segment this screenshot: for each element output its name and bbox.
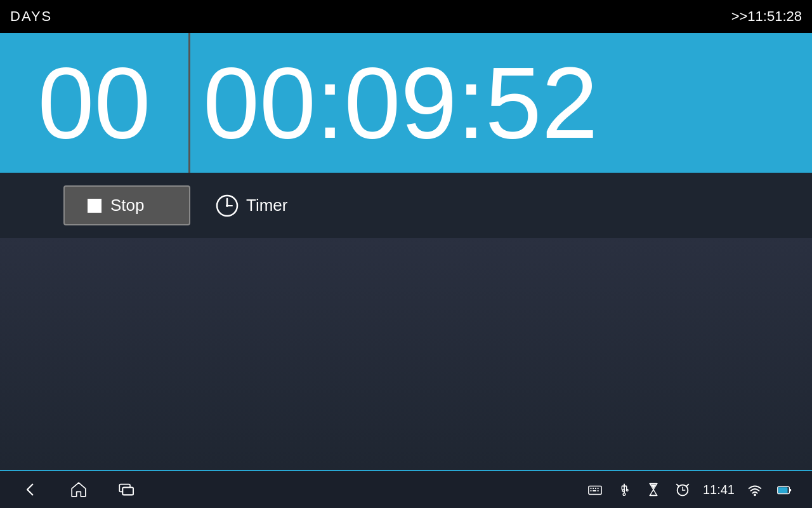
nav-clock: 11:41 xyxy=(703,483,735,497)
stop-button[interactable]: Stop xyxy=(63,185,190,225)
alarm-icon xyxy=(674,481,691,498)
usb-icon xyxy=(615,481,633,498)
svg-rect-5 xyxy=(122,488,133,495)
status-bar: DAYS >>11:51:28 xyxy=(0,0,812,33)
time-value: 00:09:52 xyxy=(203,52,598,154)
current-time: >>11:51:28 xyxy=(731,8,802,25)
svg-rect-8 xyxy=(591,488,592,489)
stop-label: Stop xyxy=(110,196,145,215)
timer-display: 00 00:09:52 xyxy=(0,33,812,173)
svg-point-21 xyxy=(623,493,625,496)
timer-label: Timer xyxy=(246,196,287,215)
svg-point-20 xyxy=(626,490,628,491)
home-button[interactable] xyxy=(67,478,90,501)
hourglass-icon xyxy=(645,481,662,498)
time-value-container: 00:09:52 xyxy=(190,52,812,154)
svg-rect-10 xyxy=(595,488,596,489)
svg-rect-9 xyxy=(593,488,594,489)
svg-rect-29 xyxy=(789,489,791,491)
days-label: DAYS xyxy=(10,8,52,25)
battery-icon xyxy=(775,481,793,498)
svg-rect-11 xyxy=(598,488,599,489)
days-value-container: 00 xyxy=(0,33,190,173)
timer-link[interactable]: Timer xyxy=(216,194,287,217)
nav-left xyxy=(19,478,138,501)
nav-right: 11:41 xyxy=(586,481,793,498)
svg-point-27 xyxy=(754,494,756,497)
svg-rect-13 xyxy=(593,490,596,491)
svg-rect-19 xyxy=(622,490,624,491)
main-content xyxy=(0,238,812,491)
timer-icon xyxy=(216,194,239,217)
svg-point-3 xyxy=(226,204,228,207)
svg-rect-30 xyxy=(778,487,788,493)
nav-bar: 11:41 xyxy=(0,470,812,508)
svg-rect-12 xyxy=(591,490,592,491)
keyboard-icon xyxy=(586,481,604,498)
days-value: 00 xyxy=(38,52,151,154)
stop-icon xyxy=(88,199,102,213)
svg-rect-14 xyxy=(598,490,599,491)
wifi-icon xyxy=(746,481,764,498)
back-button[interactable] xyxy=(19,478,42,501)
controls-area: Stop Timer xyxy=(0,173,812,238)
recents-button[interactable] xyxy=(115,478,138,501)
